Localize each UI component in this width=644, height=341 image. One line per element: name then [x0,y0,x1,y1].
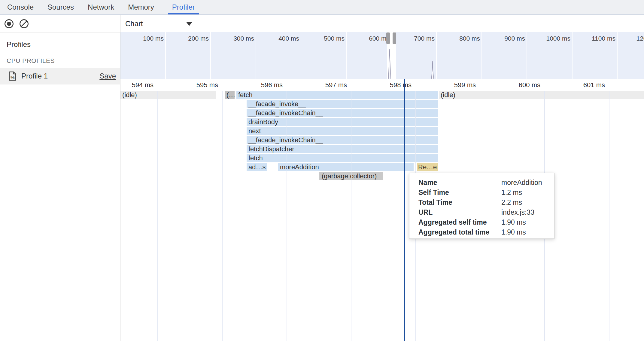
profiles-sidebar: Profiles CPU PROFILES % Profile 1 Save [0,32,120,341]
flame-bar[interactable]: Re…e [417,163,438,171]
ruler-tick-label: 599 ms [416,81,476,89]
flame-bar[interactable]: (idle) [439,91,644,99]
ruler-tick-label: 597 ms [287,81,347,89]
tab-profiler[interactable]: Profiler [168,0,199,14]
time-grid-line [222,91,223,341]
flame-bar[interactable]: fetch [247,154,438,162]
tooltip-value: moreAddition [501,179,542,187]
tooltip-row: Total Time2.2 ms [409,198,554,207]
flame-bar[interactable]: drainBody [247,118,438,126]
current-time-marker [404,79,405,341]
flame-bar[interactable]: fetchDispatcher [247,145,438,153]
tooltip-label: Name [418,179,501,187]
profiles-header: Profiles [7,40,31,49]
tooltip-row: NamemoreAddition [409,178,554,188]
tab-sources[interactable]: Sources [47,0,74,14]
ruler-tick-label: 596 ms [223,81,283,89]
save-profile-link[interactable]: Save [99,72,116,80]
ruler-tick-label: 594 ms [120,81,153,89]
flame-bar[interactable]: (… [225,91,235,99]
tooltip-label: Aggregated total time [418,228,501,236]
tooltip-row: Aggregated total time1.90 ms [409,227,554,237]
tooltip-row: Self Time1.2 ms [409,188,554,198]
tooltip-value: 1.90 ms [501,228,526,236]
tooltip-label: URL [418,208,501,217]
time-grid-line [157,91,158,341]
view-mode-label: Chart [125,20,143,28]
clear-icon[interactable] [19,19,29,29]
ruler-tick-label: 600 ms [480,81,540,89]
frame-details-tooltip: NamemoreAdditionSelf Time1.2 msTotal Tim… [409,173,554,239]
profile-document-icon: % [8,71,17,81]
tooltip-row: URLindex.js:33 [409,207,554,217]
sidebar-divider [120,15,120,341]
flame-bar[interactable]: __facade_invokeChain__ [247,136,438,144]
flame-chart-area[interactable]: NamemoreAdditionSelf Time1.2 msTotal Tim… [120,79,644,341]
time-grid-line [287,91,287,341]
record-icon[interactable] [4,19,14,29]
tooltip-value: 1.90 ms [501,218,526,226]
tab-network[interactable]: Network [88,0,114,14]
tab-console[interactable]: Console [7,0,34,14]
flame-bar[interactable]: ad…s [247,163,267,171]
chevron-down-icon [186,22,193,26]
tooltip-row: Aggregated self time1.90 ms [409,217,554,227]
cpu-profiles-section-header: CPU PROFILES [7,57,55,64]
tooltip-value: 1.2 ms [501,189,522,197]
ruler-tick-label: 601 ms [545,81,605,89]
time-grid-line [351,91,351,341]
ruler-tick-label: 595 ms [158,81,218,89]
tooltip-label: Aggregated self time [418,218,501,226]
flame-bar[interactable]: __facade_invoke__ [247,100,438,108]
profile-name: Profile 1 [21,72,99,80]
flame-bar[interactable]: moreAddition [278,163,414,171]
flame-bar[interactable]: __facade_invokeChain__ [247,109,438,117]
tooltip-label: Self Time [418,189,501,197]
cpu-usage-spikes [120,32,644,79]
time-grid-line [609,91,609,341]
svg-text:%: % [11,75,14,80]
flame-bar[interactable]: (idle) [120,91,216,99]
profiler-toolbar [0,15,120,32]
profile-row[interactable]: % Profile 1 Save [0,68,120,84]
timeline-overview[interactable]: 100 ms200 ms300 ms400 ms500 ms600 ms700 … [120,32,644,79]
tooltip-label: Total Time [418,198,501,207]
devtools-tab-bar: Console Sources Network Memory Profiler [0,0,644,15]
view-mode-dropdown[interactable]: Chart [125,20,194,28]
tooltip-value: index.js:33 [501,208,534,217]
flamechart-toolbar: Chart [120,15,644,32]
flame-bar[interactable]: fetch [236,91,438,99]
ruler-tick-label: 598 ms [351,81,412,89]
tab-memory[interactable]: Memory [128,0,154,14]
flame-bar[interactable]: next [247,127,438,135]
tooltip-value: 2.2 ms [501,198,522,207]
